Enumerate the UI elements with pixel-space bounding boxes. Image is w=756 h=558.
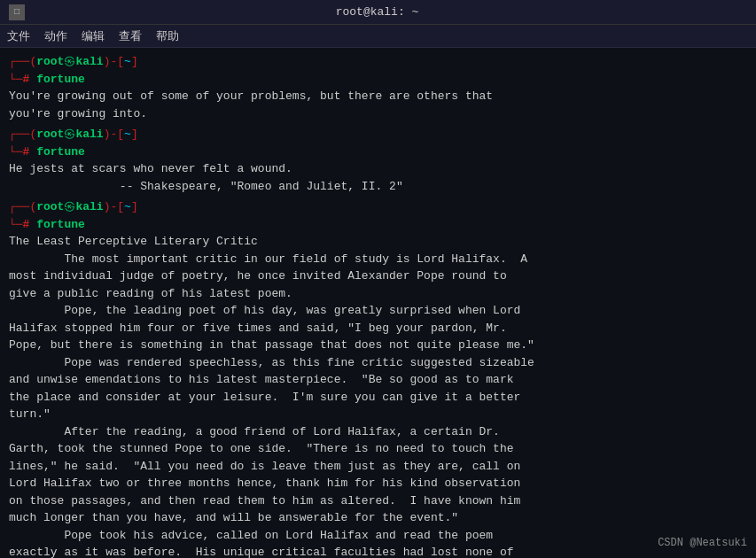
prompt-dash: └─ bbox=[9, 216, 23, 234]
prompt-line-2-1: └─# fortune bbox=[9, 143, 747, 161]
prompt-host: kali bbox=[75, 198, 103, 216]
prompt-hash: # bbox=[23, 143, 37, 161]
prompt-line-1-1: ┌──(root㉿kali)-[~] bbox=[9, 126, 747, 143]
prompt-user: root bbox=[36, 126, 64, 143]
prompt-host: kali bbox=[75, 126, 103, 143]
prompt-bracket: ┌──( bbox=[9, 126, 36, 143]
output-text-0: You're growing out of some of your probl… bbox=[9, 88, 747, 122]
menu-item-文件[interactable]: 文件 bbox=[7, 28, 30, 44]
title-bar-title: root@kali: ~ bbox=[336, 5, 419, 19]
prompt-dir: ~ bbox=[124, 53, 131, 71]
menu-item-编辑[interactable]: 编辑 bbox=[82, 28, 105, 44]
menu-bar: 文件动作编辑查看帮助 bbox=[0, 25, 756, 48]
window-icon: □ bbox=[9, 4, 25, 20]
terminal-block-1: ┌──(root㉿kali)-[~]└─# fortuneHe jests at… bbox=[9, 126, 747, 195]
menu-item-帮助[interactable]: 帮助 bbox=[156, 28, 179, 44]
prompt-hash: # bbox=[23, 71, 37, 89]
output-text-2: The Least Perceptive Literary Critic The… bbox=[9, 233, 747, 558]
output-text-1: He jests at scars who never felt a wound… bbox=[9, 160, 747, 195]
terminal-block-2: ┌──(root㉿kali)-[~]└─# fortuneThe Least P… bbox=[9, 198, 747, 558]
prompt-dir: ~ bbox=[124, 126, 131, 143]
prompt-line-1-0: ┌──(root㉿kali)-[~] bbox=[9, 53, 747, 71]
prompt-line-2-0: └─# fortune bbox=[9, 71, 747, 89]
prompt-dir: ~ bbox=[124, 198, 131, 216]
terminal-window: □ root@kali: ~ 文件动作编辑查看帮助 ┌──(root㉿kali)… bbox=[0, 0, 756, 558]
title-bar: □ root@kali: ~ bbox=[0, 0, 756, 25]
prompt-line-1-2: ┌──(root㉿kali)-[~] bbox=[9, 198, 747, 216]
prompt-bracket: ┌──( bbox=[9, 198, 36, 216]
menu-item-查看[interactable]: 查看 bbox=[119, 28, 142, 44]
prompt-command: fortune bbox=[36, 216, 85, 234]
terminal-block-0: ┌──(root㉿kali)-[~]└─# fortuneYou're grow… bbox=[9, 53, 747, 122]
prompt-user: root bbox=[36, 53, 64, 71]
prompt-command: fortune bbox=[36, 71, 85, 89]
prompt-hash: # bbox=[23, 216, 37, 234]
prompt-user: root bbox=[36, 198, 64, 216]
prompt-dash: └─ bbox=[9, 71, 23, 89]
prompt-dash: └─ bbox=[9, 143, 23, 161]
prompt-bracket: ┌──( bbox=[9, 53, 36, 71]
prompt-line-2-2: └─# fortune bbox=[9, 216, 747, 234]
prompt-host: kali bbox=[75, 53, 103, 71]
watermark: CSDN @Neatsuki bbox=[658, 537, 747, 549]
prompt-command: fortune bbox=[36, 143, 85, 161]
terminal-content[interactable]: ┌──(root㉿kali)-[~]└─# fortuneYou're grow… bbox=[0, 48, 756, 558]
menu-item-动作[interactable]: 动作 bbox=[44, 28, 67, 44]
title-bar-left: □ bbox=[9, 4, 25, 20]
